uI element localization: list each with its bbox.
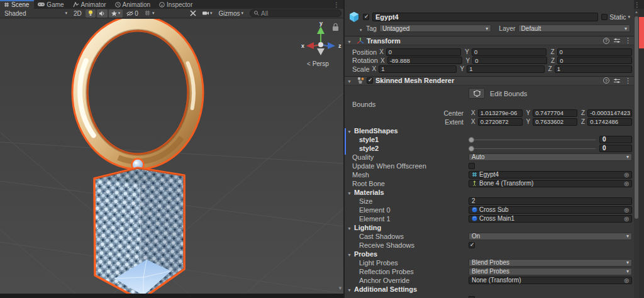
grid-visibility-dropdown[interactable]: ▾ xyxy=(142,9,157,18)
update-offscreen-checkbox[interactable] xyxy=(469,163,475,169)
tools-settings-button[interactable] xyxy=(187,9,199,18)
position-x-field[interactable]: 0 xyxy=(386,48,461,56)
rotation-x-field[interactable]: -89.888 xyxy=(387,57,462,64)
lighting-foldout[interactable] xyxy=(347,224,354,231)
tab-animation[interactable]: Animation xyxy=(111,0,155,9)
camera-view-dropdown[interactable]: ▾ xyxy=(200,9,215,18)
smr-foldout[interactable] xyxy=(347,77,354,84)
hidden-count: 0 xyxy=(135,10,138,17)
scale-row: Scale X1 Y1 Z1 xyxy=(345,65,634,74)
static-checkbox[interactable] xyxy=(601,14,608,20)
rotation-y-field[interactable]: 0 xyxy=(472,57,547,64)
anchor-override-object-field[interactable]: None (Transform) xyxy=(469,277,632,284)
scene-search-input[interactable]: All xyxy=(250,9,341,17)
component-menu-icon[interactable]: ⋮ xyxy=(625,36,631,45)
scale-y-field[interactable]: 1 xyxy=(467,65,544,73)
gizmos-dropdown[interactable]: Gizmos▾ xyxy=(216,9,246,18)
icon-selector-dropdown[interactable]: ▾ xyxy=(360,28,362,33)
window-edge-strip xyxy=(639,9,644,298)
tab-inspector-left[interactable]: Inspector xyxy=(155,0,197,9)
scale-z-field[interactable]: 1 xyxy=(555,65,632,73)
cast-shadows-row: Cast Shadows On xyxy=(345,232,634,241)
style1-slider[interactable] xyxy=(469,136,596,143)
mesh-row: Mesh Egypt4 xyxy=(345,170,634,179)
projection-mode-label[interactable]: Persp xyxy=(307,60,329,67)
hidden-objects-button[interactable]: 0 xyxy=(124,9,141,18)
pendant-box[interactable] xyxy=(94,168,184,294)
position-y-field[interactable]: 0 xyxy=(472,48,547,56)
tab-animator[interactable]: Animator xyxy=(69,0,111,9)
scale-x-field[interactable]: 1 xyxy=(379,65,456,73)
2d-toggle-button[interactable]: 2D xyxy=(71,9,84,18)
bounds-extent-x-field[interactable]: 0.2720872 xyxy=(478,118,523,126)
element1-object-field[interactable]: Cross Main1 xyxy=(469,215,632,223)
gameobject-enabled-checkbox[interactable] xyxy=(363,14,369,20)
tag-dropdown[interactable]: Untagged xyxy=(379,25,491,32)
materials-size-row: Size 2 xyxy=(345,197,634,206)
static-dropdown-icon[interactable]: ▾ xyxy=(628,14,630,19)
scrollbar-up-icon[interactable]: ▲ xyxy=(634,10,639,14)
tab-scene[interactable]: Scene xyxy=(0,0,34,9)
quality-dropdown[interactable]: Auto xyxy=(469,153,632,161)
style2-value-field[interactable]: 0 xyxy=(599,145,632,152)
style1-value-field[interactable]: 0 xyxy=(599,136,632,143)
tab-label: Animator xyxy=(81,1,106,8)
presets-icon[interactable] xyxy=(614,38,620,43)
blendshape-row: style2 0 xyxy=(345,144,634,153)
grid-icon xyxy=(4,2,9,8)
probes-foldout[interactable] xyxy=(347,250,354,258)
materials-foldout[interactable] xyxy=(347,189,354,196)
materials-size-label: Size xyxy=(352,197,372,205)
layer-dropdown[interactable]: Default xyxy=(518,25,630,32)
edit-bounds-button[interactable] xyxy=(469,88,485,99)
axis-center[interactable] xyxy=(318,42,323,47)
cast-shadows-dropdown[interactable]: On xyxy=(469,233,632,240)
position-z-field[interactable]: 0 xyxy=(557,48,632,56)
bounds-extent-z-field[interactable]: 0.1742486 xyxy=(587,118,632,126)
mesh-object-field[interactable]: Egypt4 xyxy=(469,171,632,179)
effects-dropdown-button[interactable]: ▾ xyxy=(109,9,123,18)
transform-foldout[interactable] xyxy=(347,37,354,45)
bounds-extent-y-field[interactable]: 0.7633602 xyxy=(533,118,577,126)
shading-mode-dropdown[interactable]: Shaded▾ xyxy=(2,9,70,18)
materials-size-field[interactable]: 2 xyxy=(469,197,632,205)
root-bone-object-field[interactable]: Bone 4 (Transform) xyxy=(469,180,632,187)
help-icon[interactable]: ? xyxy=(603,77,609,84)
bounds-center-y-field[interactable]: 0.7477704 xyxy=(533,109,577,117)
additional-settings-foldout[interactable] xyxy=(347,285,354,293)
scene-bottom-bar xyxy=(0,294,343,298)
audio-toggle-button[interactable] xyxy=(97,9,108,18)
light-probes-dropdown[interactable]: Blend Probes xyxy=(469,259,632,267)
element0-object-field[interactable]: Cross Sub xyxy=(469,206,632,214)
gameobject-name-field[interactable]: Egypt4 xyxy=(372,13,598,21)
rotation-z-field[interactable]: 0 xyxy=(557,57,632,64)
bounds-center-z-field[interactable]: -0.0003147423 xyxy=(587,109,632,117)
animator-icon xyxy=(73,2,79,8)
tab-game[interactable]: Game xyxy=(34,0,69,9)
edit-bounds-row: Edit Bounds xyxy=(345,88,634,99)
style2-slider[interactable] xyxy=(469,145,596,152)
position-row: Position X0 Y0 Z0 xyxy=(345,48,634,57)
scene-viewport[interactable]: y x z Persp ▼ xyxy=(0,19,343,294)
smr-enabled-checkbox[interactable] xyxy=(367,77,373,84)
receive-shadows-checkbox[interactable] xyxy=(469,242,475,248)
scrollbar-thumb[interactable] xyxy=(635,16,638,219)
probes-title: Probes xyxy=(354,250,377,258)
inspector-menu-icon[interactable]: ⋮ xyxy=(634,1,640,8)
cube-icon[interactable] xyxy=(348,11,360,23)
component-menu-icon[interactable]: ⋮ xyxy=(625,77,631,85)
reflection-probes-dropdown[interactable]: Blend Probes xyxy=(469,268,632,275)
scene-panel-menu-icon[interactable]: ⋮ xyxy=(330,0,343,9)
scene-tabbar: Scene Game Animator Animation Inspector … xyxy=(0,0,343,9)
root-bone-label: Root Bone xyxy=(352,180,385,187)
viewport-corner-dropdown-icon[interactable]: ▼ xyxy=(338,285,343,291)
lighting-toggle-button[interactable] xyxy=(86,9,96,18)
red-marker xyxy=(639,17,644,48)
presets-icon[interactable] xyxy=(614,78,620,84)
blendshapes-foldout[interactable] xyxy=(347,127,354,135)
materials-header: Materials xyxy=(345,188,634,197)
inspector-scrollbar[interactable]: ▲ xyxy=(634,9,639,298)
help-icon[interactable]: ? xyxy=(603,38,609,44)
tab-label: Animation xyxy=(123,1,150,8)
bounds-center-x-field[interactable]: 1.013279e-06 xyxy=(478,109,523,117)
